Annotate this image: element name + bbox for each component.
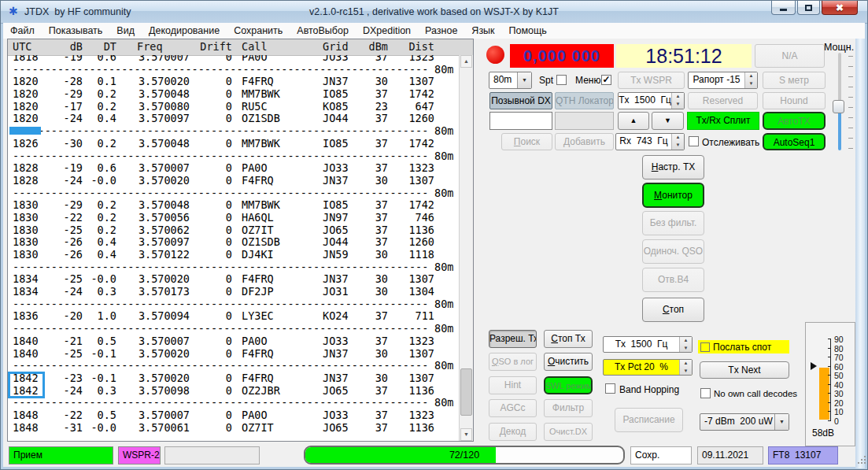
freq-up-button[interactable]: ▲ xyxy=(618,112,649,130)
decode-row[interactable]: 1842-240.33.5700980OZ2JBRJO65371136 xyxy=(8,385,460,398)
band-selector[interactable]: 80m ▼ xyxy=(489,72,532,89)
menu-item-autoselect[interactable]: АвтоВыбор xyxy=(290,23,356,39)
scroll-down-icon[interactable]: ▼ xyxy=(460,428,472,441)
decode-row[interactable]: 1848-220.53.5700070PA0OJO33371323 xyxy=(8,409,460,422)
swl-mode-button[interactable]: SWL режим xyxy=(544,376,593,394)
power-slider-track[interactable] xyxy=(838,53,841,105)
menu-item-view[interactable]: Вид xyxy=(109,23,142,39)
no-filter-button[interactable]: Без фильт. xyxy=(642,211,704,235)
tx-freq-spinner[interactable]: Tx 1500 Гц ▲▼ xyxy=(618,92,685,109)
power-level-select[interactable]: -7 dBm 200 uW ▼ xyxy=(700,413,789,431)
tx-pct-spin-icons[interactable]: ▲▼ xyxy=(679,360,692,375)
tx-wspr-button[interactable]: Tx WSPR xyxy=(618,72,685,89)
power-level-dropdown-icon[interactable]: ▼ xyxy=(774,414,789,430)
menu-item-dxpedition[interactable]: DXpedition xyxy=(356,23,418,39)
band-hopping-label: Band Hopping xyxy=(619,384,679,395)
report-spinner[interactable]: Рапорт -15 ▲▼ xyxy=(688,72,758,89)
menu-item-language[interactable]: Язык xyxy=(464,23,501,39)
enable-tx-button[interactable]: Разреш. Тх xyxy=(489,330,537,348)
menu-item-help[interactable]: Помощь xyxy=(502,23,554,39)
qth-locator-input[interactable] xyxy=(555,112,614,130)
tx-freq2-spinner[interactable]: Tx 1500 Гц ▲▼ xyxy=(603,336,693,353)
log-qso-button[interactable]: QSO в лог xyxy=(489,353,537,371)
maximize-button[interactable] xyxy=(797,1,820,15)
menu-checkbox[interactable] xyxy=(601,75,611,85)
send-spot-checkbox[interactable]: Послать спот xyxy=(698,340,789,353)
tx-freq2-spin-icons[interactable]: ▲▼ xyxy=(679,337,692,352)
decode-row[interactable]: 1818-190.63.5700070PA0OJO33371323 xyxy=(8,55,460,64)
menu-item-decode[interactable]: Декодирование xyxy=(142,23,227,39)
title-bar[interactable]: ✱ JTDX by HF community v2.1.0-rc151 , de… xyxy=(1,1,867,24)
hound-button[interactable]: Hound xyxy=(763,92,826,109)
send-spot-box-icon[interactable] xyxy=(700,342,710,352)
menu-item-file[interactable]: Файл xyxy=(3,23,42,39)
decode-row[interactable]: 1830-250.23.5700620OZ7ITJO65371136 xyxy=(8,224,460,237)
stop-button[interactable]: Стоп xyxy=(642,298,704,322)
single-qso-button[interactable]: Одиноч. QSO xyxy=(642,239,704,264)
close-button[interactable]: ✖ xyxy=(822,1,858,15)
decode-row[interactable]: 1836-201.03.5700940LY3ECKO2437711 xyxy=(8,310,460,323)
menu-item-display[interactable]: Показывать xyxy=(42,23,110,39)
report-spin-icons[interactable]: ▲▼ xyxy=(744,72,757,88)
tune-tx-button[interactable]: Настр. TX xyxy=(642,155,704,179)
band-dropdown-icon[interactable]: ▼ xyxy=(517,72,531,88)
menu-item-save[interactable]: Сохранить xyxy=(227,23,290,39)
decode-row[interactable]: 1848-31-0.03.5700610OZ7ITJO65371136 xyxy=(8,422,460,435)
reply-b4-button[interactable]: Отв.B4 xyxy=(642,268,704,292)
add-button[interactable]: Добавить xyxy=(555,133,614,150)
s-meter-button[interactable]: S метр xyxy=(763,72,826,89)
resize-grip[interactable] xyxy=(857,455,866,464)
decode-row[interactable]: 1830-260.43.5700970OZ1SDBJO44371260 xyxy=(8,236,460,249)
decode-row[interactable]: 1828-24-0.03.5700200F4FRQJN37301307 xyxy=(8,175,460,187)
power-slider-handle[interactable] xyxy=(833,100,844,113)
progress-label: 72/120 xyxy=(305,447,623,463)
tx-pct-spinner[interactable]: Tx Pct 20 % ▲▼ xyxy=(603,359,693,376)
reserved-button[interactable]: Reserved xyxy=(688,92,758,109)
search-button[interactable]: Поиск xyxy=(501,133,552,150)
decode-button[interactable]: Декод xyxy=(489,423,537,441)
decode-row[interactable]: 1828-190.63.5700070PA0OJO33371323 xyxy=(8,162,460,175)
decode-row[interactable]: 1830-290.23.5700480MM7BWKIO85371742 xyxy=(8,199,460,212)
decode-row[interactable]: 1826-300.23.5700480MM7BWKIO85371742 xyxy=(8,138,460,150)
rx-freq-spinner[interactable]: Rx 743 Гц ▲▼ xyxy=(615,133,685,150)
hint-button[interactable]: Hint xyxy=(489,376,537,394)
table-scrollbar[interactable]: ▲ ▼ xyxy=(459,55,473,441)
dx-call-button[interactable]: Позывной DX xyxy=(489,92,552,109)
decode-row[interactable]: 1840-25-0.13.5700200F4FRQJN37301307 xyxy=(8,348,460,361)
tx-next-button[interactable]: Tx Next xyxy=(700,361,789,379)
qth-locator-button[interactable]: QTH Локатор xyxy=(555,92,614,109)
autoseq-button[interactable]: AutoSeq1 xyxy=(763,133,826,150)
schedule-button[interactable]: Расписание xyxy=(615,408,683,432)
decode-row[interactable]: 1820-240.43.5700970OZ1SDBJO44371260 xyxy=(8,113,460,125)
agcc-button[interactable]: AGCc xyxy=(489,399,537,417)
clear-dx-button[interactable]: Очист.DX xyxy=(544,423,593,441)
no-own-call-checkbox[interactable] xyxy=(700,388,711,398)
decode-row[interactable]: 1820-280.13.5700200F4FRQJN37301307 xyxy=(8,76,460,88)
decode-row[interactable]: 1842-23-0.13.5700200F4FRQJN37301307 xyxy=(8,372,460,385)
freq-down-button[interactable]: ▼ xyxy=(652,112,684,130)
scroll-up-icon[interactable]: ▲ xyxy=(460,55,472,68)
dx-call-input[interactable] xyxy=(489,112,552,130)
clear-button[interactable]: Очистить xyxy=(544,353,593,371)
rx-freq-spin-icons[interactable]: ▲▼ xyxy=(671,134,684,150)
spt-checkbox[interactable] xyxy=(556,75,567,85)
filter-button[interactable]: Фильтр xyxy=(544,399,593,417)
scrollbar-thumb[interactable] xyxy=(460,368,472,416)
autotx-button[interactable]: АвтоTX xyxy=(763,112,826,130)
track-checkbox[interactable] xyxy=(689,136,699,146)
minimize-button[interactable] xyxy=(771,1,796,15)
monitor-button[interactable]: Монитор xyxy=(642,183,704,208)
band-hopping-checkbox[interactable] xyxy=(605,383,615,394)
decode-row[interactable]: 1834-240.33.5701730DF2JPJO31301304 xyxy=(8,286,460,298)
stop-tx-button[interactable]: Стоп Тх xyxy=(544,330,593,348)
decode-row[interactable]: 1830-260.43.5701220DJ4KIJN59301118 xyxy=(8,249,460,261)
decode-row[interactable]: 1834-25-0.03.5700200F4FRQJN37301307 xyxy=(8,273,460,286)
decode-row[interactable]: 1840-210.53.5700070PA0OJO33371323 xyxy=(8,335,460,348)
decode-row[interactable]: 1820-170.23.5700800RU5CKO8523647 xyxy=(8,101,460,113)
menu-item-misc[interactable]: Разное xyxy=(418,23,464,39)
decode-row[interactable]: 1820-290.23.5700480MM7BWKIO85371742 xyxy=(8,88,460,101)
tx-freq-spin-icons[interactable]: ▲▼ xyxy=(671,93,684,109)
na-button[interactable]: N/A xyxy=(755,44,825,68)
txrx-split-button[interactable]: Tx/Rx Сплит xyxy=(687,112,759,130)
decode-row[interactable]: 1830-220.23.5700560HA6QLJN9737746 xyxy=(8,212,460,224)
